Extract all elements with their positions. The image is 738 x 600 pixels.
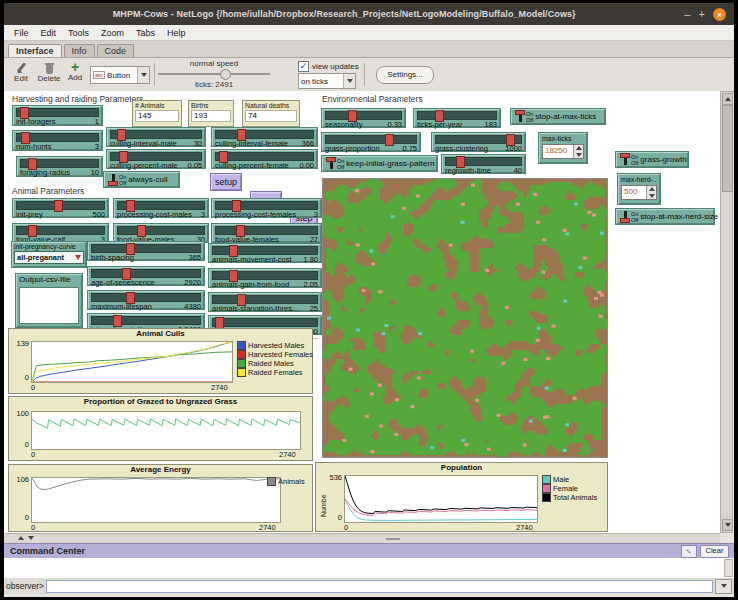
- slider-track[interactable]: [212, 271, 318, 280]
- switch-stop-at-max-ticks[interactable]: OnOffstop-at-max-ticks: [510, 108, 606, 125]
- output-csv-file-input[interactable]: Output-csv-file: [15, 273, 83, 328]
- menu-help[interactable]: Help: [161, 28, 192, 38]
- slider-animals-gain-from-food[interactable]: animals-gain-from-food2.05: [208, 268, 322, 288]
- slider-culling-percent-male[interactable]: culling-percent-male0.05: [106, 149, 206, 169]
- spinner[interactable]: [573, 145, 583, 158]
- slider-food-value-calf[interactable]: food-value-calf3: [12, 223, 109, 243]
- scroll-right-arrow[interactable]: [28, 536, 34, 540]
- menu-zoom[interactable]: Zoom: [95, 28, 130, 38]
- switch-always-cull[interactable]: OnOffalways-cull: [103, 171, 180, 188]
- speed-slider[interactable]: [158, 69, 270, 79]
- slider-foraging-radius[interactable]: foraging-radius10: [16, 156, 103, 177]
- slider-handle[interactable]: [385, 134, 394, 146]
- slider-handle[interactable]: [237, 294, 246, 306]
- slider-track[interactable]: [117, 201, 205, 210]
- spinner[interactable]: [646, 186, 656, 199]
- slider-track[interactable]: [212, 318, 318, 327]
- slider-handle[interactable]: [54, 200, 63, 212]
- settings-button[interactable]: Settings...: [376, 66, 434, 84]
- scroll-up-arrow[interactable]: [722, 93, 733, 105]
- slider-track[interactable]: [212, 246, 318, 255]
- setup-button[interactable]: setup: [210, 173, 242, 191]
- update-mode-dropdown[interactable]: on ticks: [298, 73, 356, 89]
- slider-handle[interactable]: [126, 243, 135, 255]
- switch-toggle[interactable]: [619, 153, 630, 166]
- input-value[interactable]: 500: [622, 186, 646, 199]
- slider-track[interactable]: [215, 201, 318, 210]
- slider-handle[interactable]: [119, 151, 128, 163]
- slider-track[interactable]: [16, 133, 99, 142]
- slider-track[interactable]: [110, 152, 202, 161]
- slider-handle[interactable]: [232, 200, 241, 212]
- chooser-init-pregnancy-curve[interactable]: init-pregnancy-curveall-preganant: [11, 241, 87, 268]
- slider-culling-interval-female[interactable]: culling-interval-female366: [211, 127, 318, 147]
- slider-track[interactable]: [212, 295, 318, 304]
- slider-processing-cost-females[interactable]: processing-cost-females3: [211, 198, 322, 218]
- widget-type-dropdown[interactable]: abc Button: [90, 66, 150, 84]
- tab-interface[interactable]: Interface: [8, 44, 62, 57]
- slider-seasonality[interactable]: seasonality0.33: [321, 108, 406, 128]
- slider-handle[interactable]: [506, 134, 515, 146]
- world-view[interactable]: [322, 178, 608, 458]
- slider-grass-clustering[interactable]: grass-clustering1000: [431, 132, 526, 152]
- clear-button[interactable]: Clear: [700, 545, 729, 558]
- speed-slider-thumb[interactable]: [220, 69, 231, 80]
- menu-tools[interactable]: Tools: [62, 28, 95, 38]
- slider-handle[interactable]: [28, 158, 37, 170]
- slider-birth-spacing[interactable]: birth-spacing365: [87, 241, 205, 261]
- history-dropdown-button[interactable]: [715, 579, 732, 594]
- input-max-ticks[interactable]: max-ticks18250: [538, 132, 588, 164]
- switch-toggle[interactable]: [514, 110, 525, 123]
- slider-animals-starvation-threshold[interactable]: animals-starvation-thres...25: [208, 292, 322, 312]
- view-updates-checkbox[interactable]: ✓: [298, 61, 309, 72]
- splitter-grip[interactable]: [386, 538, 400, 540]
- tab-code[interactable]: Code: [97, 44, 135, 57]
- slider-regrowth-time[interactable]: regrowth-time40: [441, 154, 526, 174]
- switch-toggle[interactable]: [325, 157, 336, 170]
- menu-tabs[interactable]: Tabs: [130, 28, 161, 38]
- slider-handle[interactable]: [21, 132, 30, 144]
- input-value[interactable]: 18250: [543, 145, 573, 158]
- slider-food-value-males[interactable]: food-value-males30: [113, 223, 209, 243]
- slider-track[interactable]: [16, 201, 105, 210]
- slider-track[interactable]: [417, 111, 497, 120]
- menu-edit[interactable]: Edit: [35, 28, 63, 38]
- slider-handle[interactable]: [20, 107, 29, 119]
- slider-init-prey[interactable]: init-prey500: [12, 198, 109, 218]
- slider-food-value-females[interactable]: food-value-females27: [211, 223, 322, 243]
- slider-track[interactable]: [16, 108, 99, 117]
- slider-track[interactable]: [215, 130, 314, 139]
- slider-track[interactable]: [16, 226, 105, 235]
- slider-num-hunts[interactable]: num-hunts3: [12, 130, 103, 151]
- output-csv-file-area[interactable]: [19, 287, 79, 324]
- slider-ticks-per-year[interactable]: ticks-per-year183: [413, 108, 501, 128]
- slider-grass-proportion[interactable]: grass-proportion0.75: [321, 132, 421, 152]
- output-scrollbar[interactable]: [724, 559, 733, 577]
- slider-track[interactable]: [117, 226, 205, 235]
- detach-icon[interactable]: ↔: [681, 545, 697, 558]
- slider-handle[interactable]: [122, 268, 131, 280]
- switch-toggle[interactable]: [107, 173, 118, 186]
- scroll-down-arrow[interactable]: [722, 519, 733, 531]
- slider-handle[interactable]: [113, 315, 122, 327]
- slider-maximum-lifespan[interactable]: maximum-lifespan4380: [87, 290, 205, 310]
- switch-keep-initial-grass-pattern[interactable]: OnOffkeep-initial-grass-pattern: [321, 155, 438, 172]
- scrollbar-thumb[interactable]: [722, 105, 733, 192]
- add-button[interactable]: + Add: [64, 61, 86, 82]
- menu-file[interactable]: File: [8, 28, 35, 38]
- slider-handle[interactable]: [229, 270, 238, 282]
- slider-track[interactable]: [91, 269, 201, 278]
- slider-track[interactable]: [20, 159, 99, 168]
- switch-stop-at-max-herd-size[interactable]: OnOffstop-at-max-herd-size: [615, 208, 715, 225]
- scroll-left-arrow[interactable]: [18, 536, 24, 540]
- slider-handle[interactable]: [456, 156, 465, 168]
- slider-handle[interactable]: [229, 245, 238, 257]
- slider-track[interactable]: [445, 157, 522, 166]
- tab-info[interactable]: Info: [64, 44, 95, 57]
- slider-track[interactable]: [435, 135, 522, 144]
- slider-handle[interactable]: [126, 292, 135, 304]
- slider-handle[interactable]: [237, 129, 246, 141]
- minimize-button[interactable]: –: [684, 9, 690, 20]
- slider-track[interactable]: [325, 111, 402, 120]
- slider-handle[interactable]: [126, 200, 135, 212]
